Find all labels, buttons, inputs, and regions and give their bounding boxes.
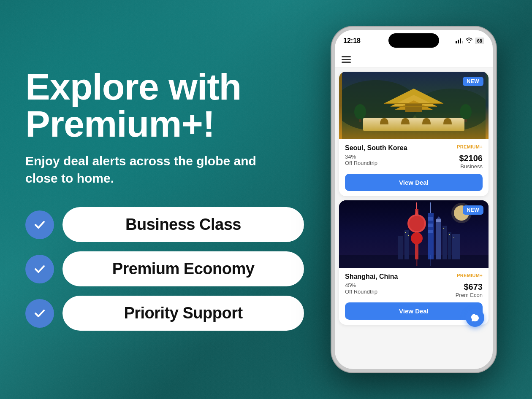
feature-item-priority-support: Priority Support (25, 296, 304, 331)
svg-rect-15 (339, 255, 489, 268)
premium-badge-shanghai: PREMIUM+ (457, 273, 483, 278)
feature-list: Business Class Premium Economy (25, 207, 304, 331)
svg-point-11 (354, 104, 366, 119)
svg-rect-33 (448, 232, 451, 259)
check-icon-premium-economy (25, 255, 54, 283)
phone-dynamic-island (388, 33, 439, 48)
deal-image-shanghai: NEW (339, 200, 489, 268)
deal-card-seoul: NEW Seoul, South Korea PREMIUM+ 34% Off … (339, 72, 489, 196)
deal-class-shanghai: Prem Econ (456, 292, 483, 298)
chat-bubble-icon[interactable] (466, 308, 484, 327)
feature-item-premium-economy: Premium Economy (25, 251, 304, 286)
hero-subtitle: Enjoy deal alerts across the globe and c… (25, 153, 270, 187)
phone-time: 12:18 (343, 37, 361, 45)
svg-rect-34 (398, 236, 403, 259)
svg-rect-38 (443, 228, 444, 229)
phone-nav (335, 52, 493, 67)
new-badge-shanghai: NEW (463, 205, 484, 215)
feature-pill-business-class: Business Class (62, 207, 304, 242)
left-panel: Explore with Premium+! Enjoy deal alerts… (25, 68, 304, 331)
phone-status-bar: 12:18 (335, 30, 493, 52)
hero-title: Explore with Premium+! (25, 68, 304, 143)
phone-status-icons: 68 (456, 38, 484, 44)
deal-info-seoul: Seoul, South Korea PREMIUM+ 34% Off Roun… (339, 139, 489, 196)
feature-pill-premium-economy: Premium Economy (62, 251, 304, 286)
deal-city-shanghai: Shanghai, China (345, 273, 398, 280)
phone-frame: 12:18 (331, 27, 496, 372)
svg-rect-36 (405, 232, 406, 233)
svg-point-13 (460, 104, 472, 119)
svg-rect-29 (436, 219, 441, 259)
svg-rect-27 (428, 230, 433, 233)
svg-rect-26 (428, 224, 433, 227)
hamburger-icon[interactable] (342, 56, 351, 63)
check-icon-priority-support (25, 299, 54, 328)
deal-discount-seoul: 34% (345, 154, 377, 160)
feature-item-business-class: Business Class (25, 207, 304, 242)
svg-point-21 (411, 232, 423, 244)
deal-image-seoul: NEW (339, 72, 489, 139)
battery-icon: 68 (475, 38, 484, 44)
signal-bars-icon (456, 38, 463, 43)
svg-rect-35 (452, 234, 460, 259)
deal-class-seoul: Business (459, 163, 483, 170)
view-deal-button-shanghai[interactable]: View Deal (345, 302, 483, 320)
deal-price-seoul: $2106 (459, 154, 483, 163)
wifi-icon (466, 38, 472, 44)
svg-rect-37 (408, 235, 409, 236)
check-icon-business-class (25, 210, 54, 239)
deal-discount-shanghai: 45% (345, 282, 377, 288)
svg-rect-39 (449, 234, 450, 235)
svg-rect-30 (436, 219, 441, 222)
deal-off-seoul: Off Roundtrip (345, 160, 377, 166)
deal-card-shanghai: NEW Shanghai, China PREMIUM+ 45% Off Rou… (339, 200, 489, 325)
deal-off-shanghai: Off Roundtrip (345, 288, 377, 295)
deal-city-seoul: Seoul, South Korea (345, 144, 407, 152)
premium-badge-seoul: PREMIUM+ (457, 144, 483, 149)
feature-pill-priority-support: Priority Support (62, 296, 304, 331)
new-badge-seoul: NEW (463, 77, 484, 86)
svg-point-20 (409, 216, 424, 231)
phone-screen: NEW Seoul, South Korea PREMIUM+ 34% Off … (335, 52, 493, 369)
svg-rect-25 (428, 217, 433, 221)
deal-price-shanghai: $673 (456, 282, 483, 292)
right-panel: 12:18 (321, 27, 507, 372)
svg-rect-31 (404, 230, 409, 259)
svg-rect-32 (442, 226, 447, 259)
view-deal-button-seoul[interactable]: View Deal (345, 174, 483, 191)
svg-rect-40 (453, 237, 454, 238)
svg-rect-7 (405, 103, 422, 112)
